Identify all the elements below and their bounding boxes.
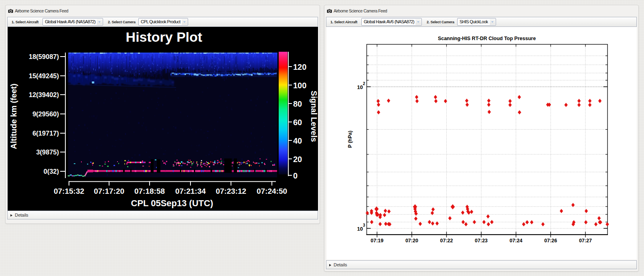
svg-text:07:22: 07:22 xyxy=(440,238,453,244)
svg-text:3: 3 xyxy=(363,223,365,227)
svg-text:07:20: 07:20 xyxy=(405,238,418,244)
svg-text:3(9875): 3(9875) xyxy=(36,148,59,156)
svg-text:Scanning-HIS RT-DR Cloud Top P: Scanning-HIS RT-DR Cloud Top Pressure xyxy=(438,36,536,41)
svg-text:9(29560): 9(29560) xyxy=(32,110,59,118)
svg-text:120: 120 xyxy=(293,63,306,71)
svg-text:100: 100 xyxy=(293,81,306,90)
svg-text:20: 20 xyxy=(293,155,302,164)
svg-text:80: 80 xyxy=(293,99,302,108)
svg-text:6(19717): 6(19717) xyxy=(32,130,59,137)
svg-text:07:17:20: 07:17:20 xyxy=(94,187,124,195)
svg-text:15(49245): 15(49245) xyxy=(29,72,59,79)
svg-text:07:26: 07:26 xyxy=(544,238,557,244)
svg-text:10: 10 xyxy=(357,226,363,232)
svg-text:18(59087): 18(59087) xyxy=(29,53,59,60)
svg-text:07:23:12: 07:23:12 xyxy=(216,187,246,195)
svg-text:2: 2 xyxy=(363,81,365,86)
svg-text:07:24: 07:24 xyxy=(510,238,522,244)
svg-text:P (hPa): P (hPa) xyxy=(347,131,353,148)
svg-text:Signal Levels: Signal Levels xyxy=(310,91,318,142)
svg-text:07:24:50: 07:24:50 xyxy=(257,187,287,195)
svg-text:Altitude km (feet): Altitude km (feet) xyxy=(9,83,18,149)
svg-text:60: 60 xyxy=(293,118,302,127)
svg-text:CPL 05Sep13 (UTC): CPL 05Sep13 (UTC) xyxy=(131,198,213,208)
svg-text:0(32): 0(32) xyxy=(43,168,59,175)
svg-text:12(39402): 12(39402) xyxy=(29,91,59,98)
svg-text:07:21:34: 07:21:34 xyxy=(175,187,206,195)
svg-text:07:18:58: 07:18:58 xyxy=(134,187,165,195)
svg-text:History Plot: History Plot xyxy=(126,29,203,45)
svg-text:07:15:32: 07:15:32 xyxy=(54,187,84,195)
svg-text:07:19: 07:19 xyxy=(371,238,383,244)
svg-text:07:23: 07:23 xyxy=(475,238,488,244)
svg-text:40: 40 xyxy=(293,136,302,145)
svg-text:0: 0 xyxy=(293,171,298,180)
svg-text:07:27: 07:27 xyxy=(579,238,592,244)
svg-text:10: 10 xyxy=(357,84,363,90)
